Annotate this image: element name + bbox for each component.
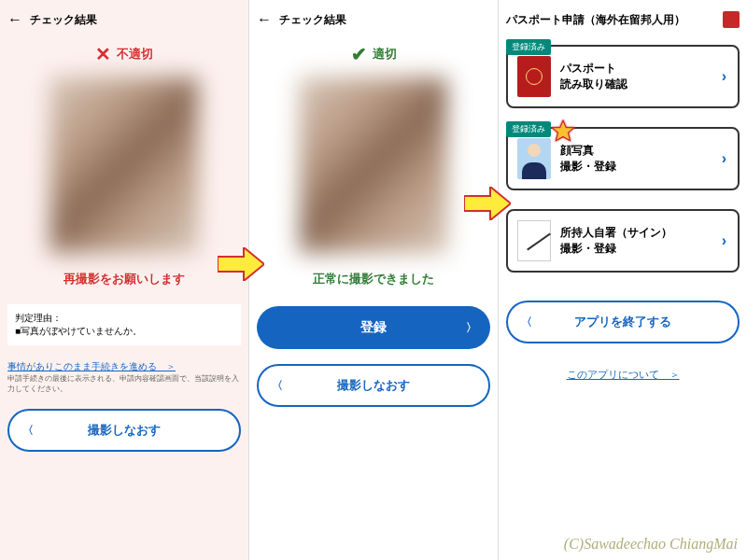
chevron-right-icon: › [722, 150, 726, 167]
proceed-anyway-link[interactable]: 事情がありこのまま手続きを進める ＞ [7, 360, 241, 373]
retake-button-label: 撮影しなおす [337, 377, 410, 394]
exit-app-button[interactable]: 〈 アプリを終了する [506, 301, 740, 343]
reason-title: 判定理由： [15, 312, 233, 325]
retake-button-label: 撮影しなおす [88, 422, 161, 439]
menu-item-signature[interactable]: 所持人自署（サイン） 撮影・登録 › [506, 209, 740, 273]
chevron-right-icon: › [722, 232, 726, 249]
back-arrow-icon[interactable]: ← [257, 11, 272, 28]
menu-text: パスポート 読み取り確認 [560, 61, 627, 92]
passport-application-menu-screen: パスポート申請（海外在留邦人用） 登録済み パスポート 読み取り確認 › 登録済… [498, 0, 747, 560]
watermark: (C)Sawadeechao ChiangMai [564, 536, 738, 553]
check-result-accepted-screen: ← チェック結果 ✔ 適切 正常に撮影できました 登録 〉 〈 撮影しなおす [248, 0, 498, 560]
success-message: 正常に撮影できました [257, 271, 490, 287]
header-title: チェック結果 [279, 12, 346, 28]
seal-icon [723, 11, 740, 28]
status-row: ✕ 不適切 [7, 43, 241, 65]
star-highlight-icon [551, 119, 575, 149]
menu-item-face-photo[interactable]: 登録済み 顔写真 撮影・登録 › [506, 127, 740, 190]
registered-badge: 登録済み [506, 121, 551, 137]
header-title: チェック結果 [30, 12, 97, 28]
chevron-right-icon: 〉 [466, 320, 477, 336]
check-icon: ✔ [351, 43, 367, 65]
proceed-note: 申請手続きの最後に表示される、申請内容確認画面で、当該説明を入力してください。 [7, 373, 241, 394]
header: ← チェック結果 [257, 7, 490, 35]
retake-button[interactable]: 〈 撮影しなおす [257, 364, 490, 407]
photo-preview [49, 77, 199, 254]
signature-icon [517, 220, 551, 261]
photo-preview [299, 77, 448, 254]
reason-body: ■写真がぼやけていませんか。 [15, 325, 233, 338]
chevron-right-icon: › [722, 68, 726, 85]
header-title: パスポート申請（海外在留邦人用） [506, 12, 685, 28]
face-photo-icon [517, 138, 551, 179]
exit-app-label: アプリを終了する [574, 314, 671, 330]
retake-button[interactable]: 〈 撮影しなおす [7, 409, 241, 452]
check-result-rejected-screen: ← チェック結果 ✕ 不適切 再撮影をお願いします 判定理由： ■写真がぼやけて… [0, 0, 248, 560]
chevron-left-icon: 〈 [521, 315, 532, 330]
chevron-left-icon: 〈 [22, 423, 34, 439]
passport-icon [517, 56, 551, 97]
registered-badge: 登録済み [506, 39, 551, 55]
svg-marker-0 [552, 120, 574, 141]
status-label: 不適切 [117, 46, 153, 63]
register-button[interactable]: 登録 〉 [257, 306, 490, 349]
menu-text: 所持人自署（サイン） 撮影・登録 [560, 225, 672, 257]
rejection-message: 再撮影をお願いします [7, 271, 241, 287]
status-label: 適切 [373, 46, 397, 63]
menu-item-passport-scan[interactable]: 登録済み パスポート 読み取り確認 › [506, 45, 740, 108]
header: ← チェック結果 [7, 7, 241, 35]
reason-box: 判定理由： ■写真がぼやけていませんか。 [7, 304, 241, 345]
chevron-left-icon: 〈 [272, 378, 283, 394]
about-app-link[interactable]: このアプリについて ＞ [506, 368, 740, 382]
back-arrow-icon[interactable]: ← [7, 11, 22, 28]
header: パスポート申請（海外在留邦人用） [506, 7, 740, 35]
register-button-label: 登録 [360, 319, 387, 336]
status-row: ✔ 適切 [257, 43, 490, 65]
x-icon: ✕ [95, 43, 111, 65]
